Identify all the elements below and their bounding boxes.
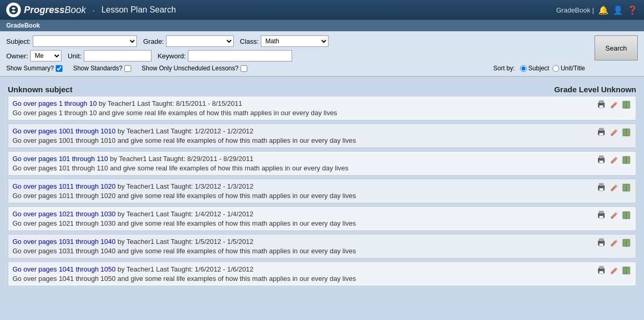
print-icon[interactable] — [596, 100, 607, 110]
class-select[interactable]: Math — [261, 35, 329, 47]
edit-icon[interactable] — [609, 265, 619, 276]
lesson-title-line: Go over pages 1041 through 1050 by Teach… — [12, 265, 591, 273]
sort-unit-option: Unit/Title — [552, 65, 585, 72]
lesson-link[interactable]: Go over pages 101 through 110 — [12, 155, 108, 163]
book-icon[interactable] — [621, 100, 632, 110]
svg-rect-23 — [599, 183, 603, 186]
search-controls: Subject: Grade: Class: Math — [0, 31, 644, 77]
svg-rect-45 — [599, 271, 603, 274]
unscheduled-label: Show Only Unscheduled Lessons? — [142, 65, 238, 72]
print-icon[interactable] — [596, 182, 607, 193]
svg-point-0 — [9, 5, 18, 15]
sort-unit-radio[interactable] — [552, 65, 559, 72]
unit-input[interactable] — [84, 50, 151, 61]
lesson-actions — [591, 182, 632, 193]
lesson-row: Go over pages 1031 through 1040 by Teach… — [8, 234, 636, 259]
class-label: Class: — [240, 38, 259, 45]
unit-field: Unit: — [68, 50, 151, 61]
svg-rect-30 — [599, 211, 603, 214]
svg-point-46 — [603, 269, 604, 270]
svg-point-32 — [603, 214, 604, 215]
book-icon[interactable] — [621, 155, 632, 165]
keyword-label: Keyword: — [158, 52, 186, 60]
unscheduled-checkbox[interactable] — [241, 65, 247, 72]
help-icon[interactable]: ❓ — [627, 5, 638, 15]
svg-point-18 — [603, 159, 604, 160]
sort-unit-label: Unit/Title — [561, 65, 585, 72]
show-summary-checkbox[interactable] — [56, 65, 62, 72]
svg-rect-42 — [623, 240, 626, 246]
user-icon[interactable]: 👤 — [613, 5, 623, 15]
svg-rect-37 — [599, 239, 603, 241]
search-row-2: Owner: Me All Unit: Keyword: — [6, 50, 585, 61]
unit-label: Unit: — [68, 52, 82, 60]
lesson-row: Go over pages 1011 through 1020 by Teach… — [8, 179, 636, 203]
owner-select[interactable]: Me All — [30, 50, 61, 61]
lesson-teacher: by Teacher1 Last Taught: 1/6/2012 - 1/6/… — [118, 265, 254, 273]
svg-point-4 — [603, 104, 604, 105]
lesson-desc: Go over pages 1011 through 1020 and give… — [12, 192, 591, 200]
lesson-desc: Go over pages 1001 through 1010 and give… — [12, 137, 591, 144]
edit-icon[interactable] — [609, 127, 619, 138]
grade-label: Grade: — [143, 38, 164, 45]
lesson-link[interactable]: Go over pages 1021 through 1030 — [12, 210, 116, 218]
edit-icon[interactable] — [609, 155, 619, 165]
print-icon[interactable] — [596, 265, 607, 276]
print-icon[interactable] — [596, 210, 607, 220]
print-icon[interactable] — [596, 127, 607, 138]
show-standards-field: Show Standards? — [73, 65, 131, 72]
sort-label: Sort by: — [494, 65, 515, 72]
lesson-link[interactable]: Go over pages 1001 through 1010 — [12, 127, 116, 135]
lesson-link[interactable]: Go over pages 1041 through 1050 — [12, 265, 116, 273]
edit-icon[interactable] — [609, 100, 619, 110]
lesson-link[interactable]: Go over pages 1011 through 1020 — [12, 182, 116, 190]
lesson-content: Go over pages 1011 through 1020 by Teach… — [12, 182, 591, 200]
lesson-teacher: by Teacher1 Last Taught: 1/5/2012 - 1/5/… — [118, 238, 254, 245]
svg-rect-14 — [623, 129, 626, 136]
lesson-desc: Go over pages 1041 through 1050 and give… — [12, 275, 591, 282]
lesson-link[interactable]: Go over pages 1 through 10 — [12, 100, 97, 107]
lesson-row: Go over pages 1 through 10 by Teacher1 L… — [8, 96, 636, 120]
search-button[interactable]: Search — [595, 35, 638, 60]
owner-label: Owner: — [6, 52, 28, 60]
edit-icon[interactable] — [609, 238, 619, 248]
book-icon[interactable] — [621, 127, 632, 138]
svg-rect-16 — [599, 156, 603, 158]
lesson-desc: Go over pages 1021 through 1030 and give… — [12, 219, 591, 227]
lesson-teacher: by Teacher1 Last Taught: 8/29/2011 - 8/2… — [110, 155, 254, 163]
bell-icon[interactable]: 🔔 — [598, 5, 609, 15]
lesson-content: Go over pages 1021 through 1030 by Teach… — [12, 210, 591, 227]
gradebook-label: GradeBook | — [556, 6, 594, 14]
lesson-desc: Go over pages 1 through 10 and give some… — [12, 109, 591, 117]
breadcrumb: GradeBook — [0, 20, 644, 31]
keyword-input[interactable] — [188, 50, 292, 61]
subject-select[interactable] — [33, 35, 137, 47]
svg-rect-24 — [599, 188, 603, 191]
lesson-actions — [591, 238, 632, 248]
lesson-content: Go over pages 1041 through 1050 by Teach… — [12, 265, 591, 282]
show-standards-checkbox[interactable] — [124, 65, 131, 72]
svg-rect-21 — [623, 157, 626, 163]
lesson-row: Go over pages 1021 through 1030 by Teach… — [8, 206, 636, 231]
edit-icon[interactable] — [609, 182, 619, 193]
book-icon[interactable] — [621, 210, 632, 220]
show-summary-label: Show Summary? — [6, 65, 54, 72]
page-title: Lesson Plan Search — [102, 5, 176, 15]
sort-subject-radio[interactable] — [520, 65, 527, 72]
lesson-teacher: by Teacher1 Last Taught: 8/15/2011 - 8/1… — [99, 100, 243, 107]
lesson-title-line: Go over pages 101 through 110 by Teacher… — [12, 155, 591, 163]
svg-rect-28 — [623, 184, 626, 191]
lesson-link[interactable]: Go over pages 1031 through 1040 — [12, 238, 116, 245]
lesson-row: Go over pages 1041 through 1050 by Teach… — [8, 262, 636, 286]
print-icon[interactable] — [596, 238, 607, 248]
book-icon[interactable] — [621, 182, 632, 193]
svg-rect-2 — [599, 101, 603, 103]
svg-rect-9 — [599, 128, 603, 131]
book-icon[interactable] — [621, 265, 632, 276]
book-icon[interactable] — [621, 238, 632, 248]
owner-field: Owner: Me All — [6, 50, 61, 61]
edit-icon[interactable] — [609, 210, 619, 220]
grade-select[interactable] — [166, 35, 234, 47]
logo-icon — [6, 3, 21, 17]
print-icon[interactable] — [596, 155, 607, 165]
